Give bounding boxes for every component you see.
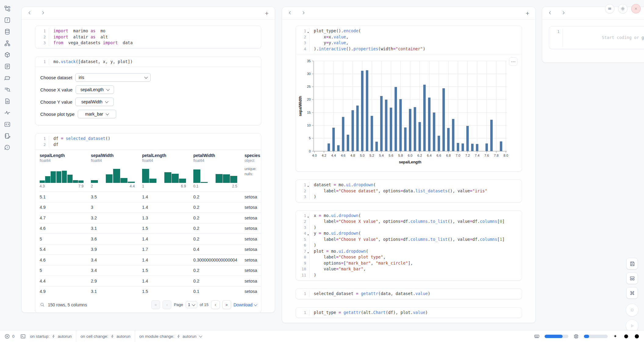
chevron-down-icon <box>106 112 109 115</box>
table-header-row: sepalLengthfloat644.37.9sepalWidthfloat6… <box>40 153 261 188</box>
code-editor[interactable]: 1mo.vstack([dataset, x, y, plot]) <box>35 57 261 67</box>
first-page-button[interactable]: « <box>151 300 160 309</box>
close-panel-button[interactable] <box>631 4 641 13</box>
sidebar-item-scratchpad[interactable] <box>4 132 11 140</box>
fold-chevron-icon[interactable] <box>307 30 309 32</box>
table-cell: 4.6 <box>40 258 91 262</box>
last-page-button[interactable]: » <box>222 300 231 309</box>
column-name: petalWidth <box>193 153 237 158</box>
stop-button[interactable] <box>626 304 639 316</box>
packages-icon <box>4 52 11 58</box>
code-editor[interactable]: 1df = selected_dataset()2df <box>35 134 261 150</box>
sidebar-item-help[interactable]: ? <box>4 144 11 151</box>
save-button[interactable] <box>626 258 638 269</box>
svg-text:sepalLength: sepalLength <box>399 160 421 164</box>
page-select[interactable]: 1 <box>186 301 197 308</box>
code-editor[interactable]: 1x = mo.ui.dropdown(2 label="Choose X va… <box>296 211 522 280</box>
svg-text:7.8: 7.8 <box>494 154 499 157</box>
errors-indicator[interactable]: 0 <box>4 333 15 339</box>
terminal-button[interactable] <box>20 333 26 339</box>
fold-chevron-icon[interactable] <box>307 232 309 235</box>
data-sources-icon <box>4 28 11 35</box>
connection-status-button[interactable] <box>634 333 640 339</box>
table-cell: setosa <box>245 194 261 199</box>
download-button[interactable]: Download <box>234 302 257 307</box>
sidebar-item-ai-chat[interactable] <box>4 74 11 82</box>
copilot-button[interactable] <box>623 333 629 339</box>
code-line: 1selected_dataset = getattr(data, datase… <box>296 291 522 297</box>
dropdown-choose-x-value[interactable]: sepalLength <box>76 85 114 94</box>
notebook-column-left: + 1import marimo as mo2import altair as … <box>21 7 275 313</box>
sidebar-item-logs[interactable] <box>4 63 11 70</box>
lightning-icon <box>52 334 55 338</box>
code-content: import marimo as mo <box>49 28 261 34</box>
sidebar-item-dependency-graph[interactable] <box>4 40 11 47</box>
code-line: 1import marimo as mo <box>35 28 261 34</box>
table-cell: 0.2 <box>193 237 245 241</box>
next-page-button[interactable]: › <box>211 300 220 309</box>
sidebar-item-variables[interactable]: f <box>4 16 11 24</box>
chevron-left-icon[interactable] <box>548 10 553 16</box>
code-content: df <box>49 142 261 148</box>
add-cell-button[interactable]: + <box>264 10 269 16</box>
add-cell-button[interactable]: + <box>525 10 530 16</box>
chevron-left-icon[interactable] <box>27 10 33 16</box>
control-label: Choose dataset <box>40 75 72 80</box>
dropdown-choose-dataset[interactable]: iris <box>75 73 151 82</box>
run-mode-2[interactable]: on cell change:autorun <box>80 334 131 339</box>
generate-with-ai-link[interactable]: generate <box>642 35 644 40</box>
svg-text:7.6: 7.6 <box>484 154 489 157</box>
empty-code-cell[interactable]: 1 Start coding or generate with <box>549 26 644 49</box>
cpu-usage-meter <box>584 335 608 338</box>
sidebar-item-data-sources[interactable] <box>4 28 11 35</box>
menu-button[interactable] <box>605 4 614 13</box>
search-icon[interactable] <box>40 302 45 307</box>
code-line: 8 label="Choose plot type", <box>296 254 522 260</box>
fold-chevron-icon[interactable] <box>307 214 309 217</box>
prev-page-button[interactable]: ‹ <box>163 300 171 309</box>
table-cell: setosa <box>245 237 261 241</box>
sidebar-item-documentation[interactable] <box>4 98 11 105</box>
sidebar-item-snippets[interactable] <box>4 121 11 128</box>
column-histogram <box>91 167 135 183</box>
code-content: plot = mo.ui.dropdown( <box>309 248 522 255</box>
code-editor[interactable]: 1import marimo as mo2import altair as al… <box>35 26 261 48</box>
table-cell: setosa <box>245 289 261 294</box>
run-mode-1[interactable]: on startup:autorun <box>30 334 72 339</box>
code-editor[interactable]: 1 Start coding or generate with <box>549 27 644 49</box>
sidebar-item-packages[interactable] <box>4 51 11 59</box>
layout-button[interactable] <box>626 273 638 284</box>
ai-assistant-button[interactable] <box>613 333 618 339</box>
table-cell: 4.7 <box>40 216 91 220</box>
code-content: x = mo.ui.dropdown( <box>309 213 522 219</box>
table-cell: 0.2 <box>193 216 245 220</box>
code-editor[interactable]: 1dataset = mo.ui.dropdown(2 label="Choos… <box>296 180 522 202</box>
chevron-right-icon[interactable] <box>41 10 46 16</box>
chart-actions-button[interactable] <box>509 57 517 66</box>
code-editor[interactable]: 1plot_type().encode(2 x=x.value,3 y=y.va… <box>296 26 522 54</box>
dropdown-choose-y-value[interactable]: sepalWidth <box>75 98 114 106</box>
dropdown-choose-plot-type[interactable]: mark_bar <box>78 110 116 118</box>
sidebar-item-file-explorer[interactable] <box>4 5 11 12</box>
table-cell: 3.4 <box>91 258 142 262</box>
outline-search-icon <box>4 86 11 93</box>
svg-text:7.2: 7.2 <box>465 154 470 157</box>
chevron-left-icon[interactable] <box>288 10 293 16</box>
svg-text:7.0: 7.0 <box>456 154 460 157</box>
code-editor[interactable]: 1selected_dataset = getattr(data, datase… <box>296 289 522 299</box>
fold-chevron-icon[interactable] <box>307 250 309 253</box>
chevron-right-icon[interactable] <box>301 10 306 16</box>
run-mode-3[interactable]: on module change:autorun <box>139 334 202 339</box>
table-pagination: «‹Page1of 15›»Download <box>151 300 257 309</box>
fold-chevron-icon[interactable] <box>307 183 309 186</box>
chevron-right-icon[interactable] <box>561 10 567 16</box>
sidebar-item-outline-search[interactable] <box>4 86 11 93</box>
run-mode-label: on startup: <box>30 334 50 339</box>
table-cell: 1.3 <box>142 216 193 220</box>
command-palette-button[interactable] <box>626 287 638 299</box>
notebook-column-middle: + 1plot_type().encode(2 x=x.value,3 y=y.… <box>282 7 536 323</box>
settings-button[interactable] <box>618 4 628 13</box>
sidebar-item-tracing[interactable] <box>4 109 11 116</box>
column-header-petalWidth: petalWidthfloat640.12.5 <box>193 153 245 188</box>
code-editor[interactable]: 1plot_type = getattr(alt.Chart(df), plot… <box>296 308 522 318</box>
